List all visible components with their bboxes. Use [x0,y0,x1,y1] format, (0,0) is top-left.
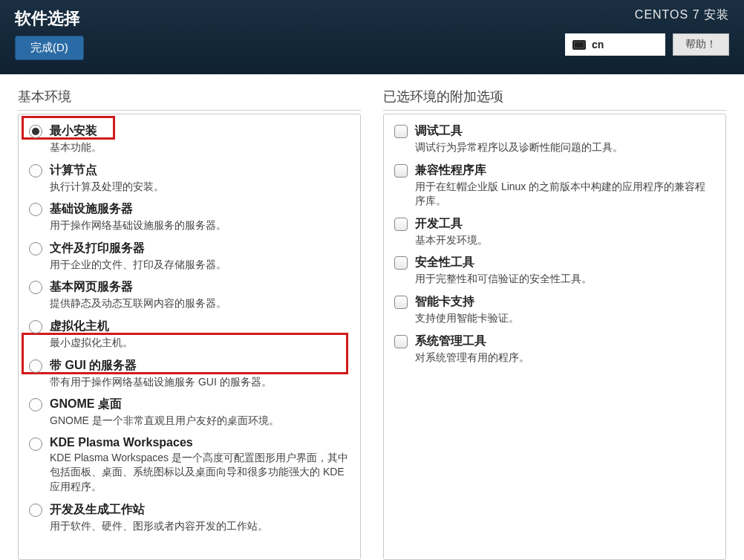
option-text: 计算节点执行计算及处理的安装。 [50,163,350,195]
checkbox[interactable] [394,335,408,348]
checkbox[interactable] [394,296,408,309]
radio-button[interactable] [29,320,42,333]
environment-option[interactable]: 开发及生成工作站用于软件、硬件、图形或者内容开发的工作站。 [27,499,351,538]
option-desc: 调试行为异常程序以及诊断性能问题的工具。 [415,140,715,155]
option-text: 开发工具基本开发环境。 [415,216,715,248]
option-text: 安全性工具用于完整性和可信验证的安全性工具。 [415,255,715,287]
radio-button[interactable] [29,203,42,216]
radio-button[interactable] [29,398,42,411]
radio-button[interactable] [29,242,42,255]
option-desc: 执行计算及处理的安装。 [50,180,350,195]
checkbox[interactable] [394,256,408,270]
option-desc: 基本开发环境。 [415,233,715,248]
radio-button[interactable] [29,359,42,373]
addon-option[interactable]: 调试工具调试行为异常程序以及诊断性能问题的工具。 [393,120,717,160]
option-title: 调试工具 [415,123,715,139]
addons-heading: 已选环境的附加选项 [383,88,726,111]
option-title: 开发工具 [415,216,715,232]
header-bar: 软件选择 完成(D) CENTOS 7 安装 cn 帮助！ [0,0,744,74]
radio-button[interactable] [29,437,42,451]
radio-button[interactable] [29,164,42,178]
option-desc: 用于企业的文件、打印及存储服务器。 [50,258,350,273]
content-area: 基本环境 最小安装基本功能。计算节点执行计算及处理的安装。基础设施服务器用于操作… [0,74,744,560]
checkbox[interactable] [394,164,408,178]
addon-option[interactable]: 智能卡支持支持使用智能卡验证。 [393,291,717,331]
option-text: KDE Plasma WorkspacesKDE Plasma Workspac… [50,436,350,495]
option-desc: 基本功能。 [50,140,350,155]
option-text: 开发及生成工作站用于软件、硬件、图形或者内容开发的工作站。 [50,502,350,534]
addons-list[interactable]: 调试工具调试行为异常程序以及诊断性能问题的工具。兼容性程序库用于在红帽企业版 L… [383,114,726,560]
option-desc: 带有用于操作网络基础设施服务 GUI 的服务器。 [50,375,350,390]
option-desc: 提供静态及动态互联网内容的服务器。 [50,296,350,311]
option-title: 基础设施服务器 [50,201,350,217]
help-button[interactable]: 帮助！ [673,33,729,56]
option-title: 系统管理工具 [415,333,715,349]
option-desc: 用于操作网络基础设施服务的服务器。 [50,218,350,233]
addon-option[interactable]: 系统管理工具对系统管理有用的程序。 [393,331,717,370]
option-title: 开发及生成工作站 [50,502,350,518]
environment-option[interactable]: 基本网页服务器提供静态及动态互联网内容的服务器。 [27,276,351,316]
option-text: 虚拟化主机最小虚拟化主机。 [50,319,350,351]
environment-option[interactable]: 文件及打印服务器用于企业的文件、打印及存储服务器。 [27,238,351,277]
environment-option[interactable]: 计算节点执行计算及处理的安装。 [27,160,351,199]
option-desc: 最小虚拟化主机。 [50,336,350,351]
option-text: 基础设施服务器用于操作网络基础设施服务的服务器。 [50,201,350,233]
keyboard-icon [572,40,586,50]
addon-option[interactable]: 安全性工具用于完整性和可信验证的安全性工具。 [393,252,717,291]
option-title: 基本网页服务器 [50,279,350,295]
addon-option[interactable]: 兼容性程序库用于在红帽企业版 Linux 的之前版本中构建的应用程序的兼容程序库… [393,160,717,213]
option-desc: 支持使用智能卡验证。 [415,311,715,326]
option-title: KDE Plasma Workspaces [50,436,350,449]
base-environment-column: 基本环境 最小安装基本功能。计算节点执行计算及处理的安装。基础设施服务器用于操作… [18,88,361,560]
environment-option[interactable]: KDE Plasma WorkspacesKDE Plasma Workspac… [27,433,351,499]
option-title: 计算节点 [50,163,350,178]
install-title: CENTOS 7 安装 [565,7,729,23]
option-desc: 用于完整性和可信验证的安全性工具。 [415,272,715,287]
environment-option[interactable]: 最小安装基本功能。 [27,120,351,160]
option-title: 文件及打印服务器 [50,241,350,256]
option-text: 带 GUI 的服务器带有用于操作网络基础设施服务 GUI 的服务器。 [50,358,350,390]
radio-button[interactable] [29,125,42,138]
done-button[interactable]: 完成(D) [15,36,84,60]
option-text: 系统管理工具对系统管理有用的程序。 [415,333,715,365]
radio-button[interactable] [29,281,42,294]
option-text: 文件及打印服务器用于企业的文件、打印及存储服务器。 [50,241,350,273]
checkbox[interactable] [394,218,408,231]
option-title: 最小安装 [50,123,350,139]
option-title: 安全性工具 [415,255,715,270]
keyboard-layout-label: cn [592,39,604,51]
base-environment-heading: 基本环境 [18,88,361,111]
base-environment-list[interactable]: 最小安装基本功能。计算节点执行计算及处理的安装。基础设施服务器用于操作网络基础设… [18,114,361,560]
checkbox[interactable] [394,125,408,138]
option-desc: 用于在红帽企业版 Linux 的之前版本中构建的应用程序的兼容程序库。 [415,180,715,209]
option-text: 智能卡支持支持使用智能卡验证。 [415,294,715,326]
option-text: 兼容性程序库用于在红帽企业版 Linux 的之前版本中构建的应用程序的兼容程序库… [415,163,715,209]
option-title: GNOME 桌面 [50,397,350,412]
option-title: 带 GUI 的服务器 [50,358,350,374]
header-left: 软件选择 完成(D) [15,7,84,60]
option-text: GNOME 桌面GNOME 是一个非常直观且用户友好的桌面环境。 [50,397,350,429]
option-title: 虚拟化主机 [50,319,350,334]
environment-option[interactable]: 带 GUI 的服务器带有用于操作网络基础设施服务 GUI 的服务器。 [27,355,351,394]
environment-option[interactable]: 虚拟化主机最小虚拟化主机。 [27,316,351,355]
page-title: 软件选择 [15,7,84,30]
header-right: CENTOS 7 安装 cn 帮助！ [565,7,729,56]
option-desc: 用于软件、硬件、图形或者内容开发的工作站。 [50,519,350,534]
option-text: 基本网页服务器提供静态及动态互联网内容的服务器。 [50,279,350,311]
option-title: 智能卡支持 [415,294,715,310]
addons-column: 已选环境的附加选项 调试工具调试行为异常程序以及诊断性能问题的工具。兼容性程序库… [383,88,726,560]
option-desc: KDE Plasma Workspaces 是一个高度可配置图形用户界面，其中包… [50,451,350,495]
option-desc: GNOME 是一个非常直观且用户友好的桌面环境。 [50,414,350,429]
option-desc: 对系统管理有用的程序。 [415,351,715,365]
option-title: 兼容性程序库 [415,163,715,178]
option-text: 最小安装基本功能。 [50,123,350,155]
addon-option[interactable]: 开发工具基本开发环境。 [393,213,717,253]
environment-option[interactable]: 基础设施服务器用于操作网络基础设施服务的服务器。 [27,198,351,238]
keyboard-layout-indicator[interactable]: cn [565,33,665,56]
option-text: 调试工具调试行为异常程序以及诊断性能问题的工具。 [415,123,715,155]
radio-button[interactable] [29,504,42,517]
environment-option[interactable]: GNOME 桌面GNOME 是一个非常直观且用户友好的桌面环境。 [27,394,351,433]
